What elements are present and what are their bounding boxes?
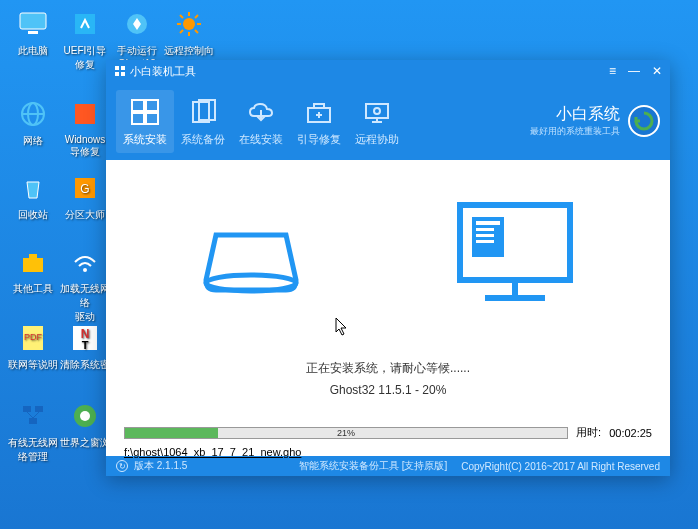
desktop-icon-label: 世界之窗浏 (60, 437, 110, 448)
svg-rect-28 (35, 406, 43, 412)
uefi-icon (67, 6, 103, 42)
svg-point-33 (80, 411, 90, 421)
close-button[interactable]: ✕ (652, 64, 662, 78)
brand-title: 小白系统 (530, 104, 620, 125)
titlebar[interactable]: 小白装机工具 ≡ — ✕ (106, 60, 670, 82)
svg-rect-58 (476, 234, 494, 237)
recycle-icon (15, 170, 51, 206)
svg-rect-29 (29, 418, 37, 424)
netmgr-icon (15, 398, 51, 434)
pc-icon (15, 6, 51, 42)
brand: 小白系统 最好用的系统重装工具 (530, 104, 660, 138)
desktop-icon-label: 回收站 (18, 209, 48, 220)
tab-label: 系统备份 (181, 133, 225, 145)
desktop-icon-partition[interactable]: G 分区大师 (60, 170, 110, 222)
svg-text:T: T (82, 339, 89, 351)
svg-rect-19 (23, 258, 43, 272)
elapsed-label: 用时: (576, 425, 601, 440)
svg-rect-41 (146, 113, 158, 124)
svg-rect-49 (366, 104, 388, 118)
tab-system-backup[interactable]: 系统备份 (174, 90, 232, 153)
content-area: 正在安装系统，请耐心等候...... Ghost32 11.5.1 - 20% … (106, 160, 670, 456)
desktop-icon-clear-pwd[interactable]: NT 清除系统密 (60, 320, 110, 372)
window-title: 小白装机工具 (130, 64, 196, 79)
desktop-icon-this-pc[interactable]: 此电脑 (8, 6, 58, 58)
repair-icon (292, 96, 346, 128)
svg-rect-2 (75, 14, 95, 34)
svg-rect-37 (121, 72, 125, 76)
desktop-icon-other-tools[interactable]: 其他工具 (8, 244, 58, 296)
svg-rect-36 (115, 72, 119, 76)
svg-rect-46 (314, 104, 324, 108)
svg-point-52 (374, 108, 380, 114)
desktop-icon-wifi-driver[interactable]: 加载无线网络 驱动 (60, 244, 110, 324)
svg-line-30 (27, 412, 33, 418)
brand-subtitle: 最好用的系统重装工具 (530, 125, 620, 138)
desktop-icon-label: 分区大师 (65, 209, 105, 220)
desktop-icon-label: UEFI引导修复 (64, 45, 107, 70)
statusbar: ↻ 版本 2.1.1.5 智能系统安装备份工具 [支持原版] CopyRight… (106, 456, 670, 476)
svg-rect-16 (75, 104, 95, 124)
partition-icon: G (67, 170, 103, 206)
svg-line-12 (195, 15, 198, 18)
desktop-icon-netmgr[interactable]: 有线无线网 络管理 (8, 398, 58, 464)
install-icon (118, 96, 172, 128)
svg-rect-35 (121, 66, 125, 70)
progress-subtext: Ghost32 11.5.1 - 20% (124, 383, 652, 397)
desktop-icon-label: 加载无线网络 驱动 (60, 283, 110, 322)
svg-line-11 (180, 30, 183, 33)
desktop-icon-label: 有线无线网 络管理 (8, 437, 58, 462)
svg-rect-40 (132, 113, 144, 124)
desktop-icon-net-doc[interactable]: PDF 联网等说明 (8, 320, 58, 372)
progress-fill (125, 428, 218, 438)
desktop-icon-label: 清除系统密 (60, 359, 110, 370)
toolbar: 系统安装 系统备份 在线安装 引导修复 远程协助 小白系统 最好用的系统重装工具 (106, 82, 670, 160)
sunflower-icon (171, 6, 207, 42)
desktop-icon-win-repair[interactable]: Widnows 导修复 (60, 96, 110, 159)
desktop-icon-label: Widnows 导修复 (65, 134, 106, 157)
svg-rect-56 (476, 221, 500, 225)
brand-logo-icon (628, 105, 660, 137)
svg-point-53 (206, 275, 296, 291)
elapsed-value: 00:02:25 (609, 427, 652, 439)
svg-rect-59 (476, 240, 494, 243)
version-icon: ↻ (116, 460, 128, 472)
menu-button[interactable]: ≡ (609, 64, 616, 78)
svg-rect-38 (132, 100, 144, 111)
network-icon (15, 96, 51, 132)
tab-label: 在线安装 (239, 133, 283, 145)
tab-label: 引导修复 (297, 133, 341, 145)
app-window: 小白装机工具 ≡ — ✕ 系统安装 系统备份 在线安装 引导修复 远程协助 (106, 60, 670, 476)
desktop-icon-uefi[interactable]: UEFI引导修复 (60, 6, 110, 72)
svg-point-4 (183, 18, 195, 30)
svg-text:PDF: PDF (24, 332, 43, 342)
tab-remote-assist[interactable]: 远程协助 (348, 90, 406, 153)
status-text: 正在安装系统，请耐心等候...... (124, 360, 652, 377)
desktop-icon-label: 联网等说明 (8, 359, 58, 370)
svg-rect-39 (146, 100, 158, 111)
progress-percent: 21% (337, 428, 355, 438)
svg-line-31 (33, 412, 39, 418)
svg-line-9 (180, 15, 183, 18)
svg-line-10 (195, 30, 198, 33)
desktop-icon-recycle[interactable]: 回收站 (8, 170, 58, 222)
copyright-text: CopyRight(C) 2016~2017 All Right Reserve… (461, 461, 660, 472)
win-repair-icon (67, 96, 103, 132)
backup-icon (176, 96, 230, 128)
file-path-link[interactable]: f:\ghost\1064_xb_17_7_21_new.gho (124, 446, 652, 458)
pdf-icon: PDF (15, 320, 51, 356)
desktop-icon-network[interactable]: 网络 (8, 96, 58, 148)
browser-icon (67, 398, 103, 434)
nt-icon: NT (67, 320, 103, 356)
svg-rect-0 (20, 13, 46, 29)
tab-boot-repair[interactable]: 引导修复 (290, 90, 348, 153)
tab-system-install[interactable]: 系统安装 (116, 90, 174, 153)
tools-icon (15, 244, 51, 280)
monitor-graphic-icon (450, 195, 580, 315)
desktop-icon-browser[interactable]: 世界之窗浏 (60, 398, 110, 450)
tab-online-install[interactable]: 在线安装 (232, 90, 290, 153)
wifi-icon (67, 244, 103, 280)
statusbar-center: 智能系统安装备份工具 [支持原版] (299, 459, 447, 473)
app-icon (114, 65, 126, 77)
minimize-button[interactable]: — (628, 64, 640, 78)
